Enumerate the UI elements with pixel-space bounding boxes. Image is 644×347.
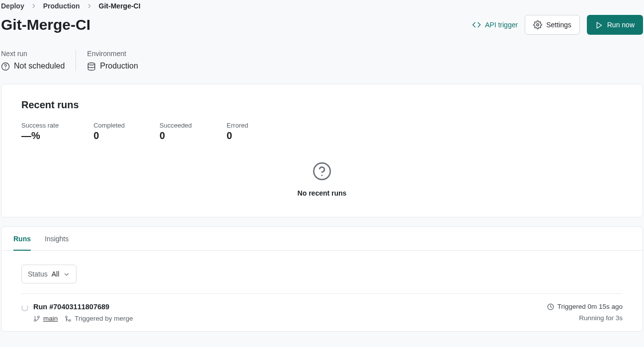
- svg-point-8: [38, 316, 40, 318]
- api-trigger-link[interactable]: API trigger: [472, 20, 518, 29]
- page-title: Git-Merge-CI: [1, 16, 90, 33]
- stat-label: Errored: [227, 122, 248, 129]
- recent-runs-title: Recent runs: [21, 99, 623, 111]
- environment-value: Production: [87, 62, 138, 71]
- triggered-ago-text: Triggered 0m 15s ago: [557, 303, 623, 310]
- chevron-down-icon: [63, 270, 70, 278]
- environment-label: Environment: [87, 50, 138, 58]
- git-branch-icon: [33, 315, 40, 322]
- next-run-label: Next run: [1, 50, 65, 58]
- trigger-text: Triggered by merge: [75, 315, 133, 322]
- next-run-text: Not scheduled: [14, 62, 65, 70]
- meta-row: Next run Not scheduled Environment Produ…: [0, 35, 644, 84]
- breadcrumb-production[interactable]: Production: [43, 2, 80, 10]
- branch-link[interactable]: main: [33, 315, 58, 322]
- loading-spinner-icon: [21, 304, 28, 311]
- api-trigger-label: API trigger: [485, 21, 518, 29]
- tab-insights[interactable]: Insights: [45, 227, 69, 251]
- recent-runs-card: Recent runs Success rate —% Completed 0 …: [1, 84, 643, 217]
- chevron-right-icon: [86, 2, 93, 9]
- stat-label: Succeeded: [160, 122, 192, 129]
- settings-label: Settings: [546, 21, 571, 29]
- header-actions: API trigger Settings Run now: [472, 15, 643, 35]
- breadcrumb: Deploy Production Git-Merge-CI: [0, 0, 644, 10]
- status-filter-label: Status: [28, 270, 48, 278]
- stat-value: 0: [227, 130, 248, 141]
- running-for: Running for 3s: [547, 314, 623, 322]
- svg-point-11: [66, 316, 68, 318]
- stat-value: 0: [160, 130, 192, 141]
- stat-completed: Completed 0: [93, 122, 125, 141]
- run-now-label: Run now: [607, 21, 635, 29]
- tab-runs[interactable]: Runs: [13, 227, 31, 251]
- svg-marker-1: [597, 22, 601, 28]
- triggered-ago: Triggered 0m 15s ago: [547, 303, 623, 310]
- stat-success-rate: Success rate —%: [21, 122, 59, 141]
- stat-label: Completed: [93, 122, 125, 129]
- chevron-right-icon: [30, 2, 37, 9]
- page-header: Git-Merge-CI API trigger Settings Run no…: [0, 10, 644, 35]
- runs-area: Status All Run #70403111807689 main: [1, 251, 643, 331]
- run-right: Triggered 0m 15s ago Running for 3s: [547, 303, 623, 322]
- svg-point-0: [537, 24, 539, 26]
- clock-question-icon: [1, 62, 10, 71]
- stat-errored: Errored 0: [227, 122, 248, 141]
- empty-title: No recent runs: [298, 189, 347, 197]
- run-now-button[interactable]: Run now: [587, 15, 643, 35]
- code-icon: [472, 20, 481, 29]
- branch-name: main: [43, 315, 58, 322]
- stats-row: Success rate —% Completed 0 Succeeded 0 …: [21, 122, 623, 141]
- svg-point-4: [88, 63, 95, 65]
- status-filter[interactable]: Status All: [21, 265, 77, 283]
- stat-value: 0: [93, 130, 125, 141]
- run-row[interactable]: Run #70403111807689 main Tri: [21, 293, 623, 322]
- settings-button[interactable]: Settings: [525, 15, 580, 35]
- run-sub: main Triggered by merge: [33, 315, 133, 322]
- run-left: Run #70403111807689 main Tri: [21, 303, 133, 322]
- breadcrumb-deploy[interactable]: Deploy: [1, 2, 24, 10]
- play-icon: [595, 20, 603, 29]
- run-title: Run #70403111807689: [33, 303, 133, 311]
- environment-link[interactable]: Production: [100, 62, 138, 70]
- gear-icon: [533, 20, 542, 29]
- database-icon: [87, 62, 96, 71]
- trigger-info: Triggered by merge: [65, 315, 133, 322]
- runs-card: Runs Insights Status All Run #7040311180…: [1, 226, 643, 332]
- breadcrumb-current: Git-Merge-CI: [99, 2, 141, 10]
- question-circle-icon: [312, 161, 332, 181]
- meta-environment: Environment Production: [76, 50, 138, 71]
- stat-label: Success rate: [21, 122, 59, 129]
- meta-next-run: Next run Not scheduled: [1, 50, 65, 71]
- svg-point-9: [34, 320, 36, 322]
- tabs: Runs Insights: [1, 227, 643, 251]
- svg-point-5: [314, 163, 330, 179]
- empty-state: No recent runs: [21, 141, 623, 202]
- stat-succeeded: Succeeded 0: [160, 122, 192, 141]
- clock-icon: [547, 303, 554, 310]
- git-merge-icon: [65, 315, 72, 322]
- status-filter-value: All: [52, 270, 60, 278]
- stat-value: —%: [21, 130, 59, 141]
- next-run-value: Not scheduled: [1, 62, 65, 71]
